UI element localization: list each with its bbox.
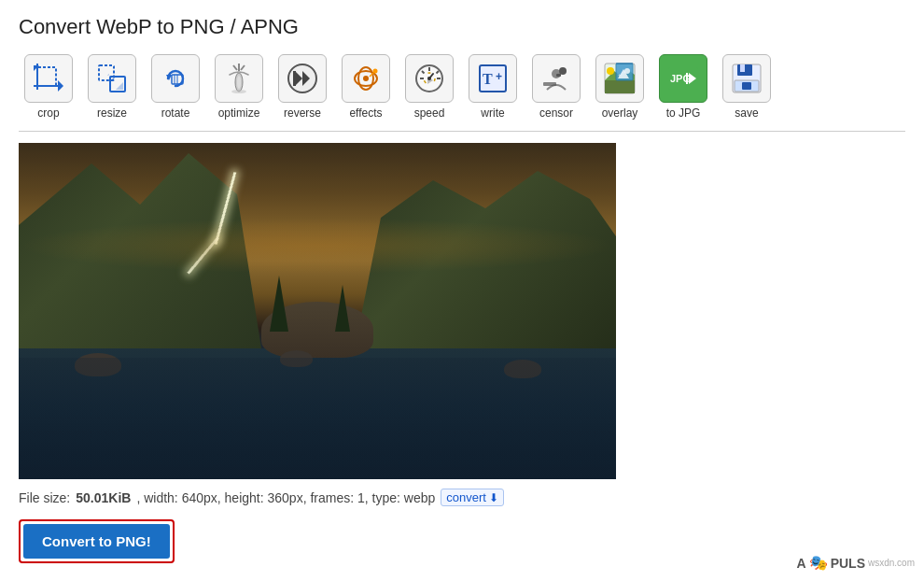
tool-censor-button[interactable]: censor bbox=[526, 50, 586, 123]
svg-text:T: T bbox=[483, 71, 493, 87]
tool-tojpg-button[interactable]: JPG to JPG bbox=[653, 50, 713, 123]
svg-point-25 bbox=[363, 76, 369, 81]
tojpg-label: to JPG bbox=[666, 106, 701, 120]
rotate-label: rotate bbox=[161, 106, 190, 120]
rotate-icon bbox=[151, 54, 200, 103]
svg-rect-42 bbox=[556, 74, 561, 77]
file-size-value: 50.01KiB bbox=[76, 490, 131, 505]
file-details: , width: 640px, height: 360px, frames: 1… bbox=[136, 490, 435, 505]
crop-label: crop bbox=[37, 106, 59, 120]
brand-logo: A bbox=[797, 556, 806, 571]
write-icon: T + bbox=[469, 54, 517, 103]
toolbar: crop resize bbox=[19, 50, 905, 132]
svg-rect-46 bbox=[605, 80, 635, 93]
svg-text:+: + bbox=[496, 70, 502, 83]
svg-point-43 bbox=[559, 67, 567, 75]
brand-name: PULS bbox=[831, 556, 865, 571]
svg-rect-5 bbox=[99, 65, 114, 80]
tool-optimize-button[interactable]: optimize bbox=[209, 50, 269, 123]
tojpg-icon: JPG bbox=[659, 54, 707, 103]
svg-rect-22 bbox=[293, 71, 296, 86]
tool-effects-button[interactable]: effects bbox=[336, 50, 396, 123]
svg-point-48 bbox=[607, 67, 614, 75]
svg-marker-3 bbox=[58, 80, 63, 92]
optimize-label: optimize bbox=[218, 106, 260, 120]
svg-point-18 bbox=[231, 90, 246, 93]
tool-write-button[interactable]: T + write bbox=[463, 50, 523, 123]
svg-point-26 bbox=[373, 69, 378, 74]
save-label: save bbox=[735, 106, 758, 120]
tool-resize-button[interactable]: resize bbox=[82, 50, 142, 123]
tool-speed-button[interactable]: speed bbox=[399, 50, 459, 123]
resize-label: resize bbox=[97, 106, 127, 120]
convert-to-png-button[interactable]: Convert to PNG! bbox=[23, 524, 170, 559]
reverse-label: reverse bbox=[284, 106, 321, 120]
optimize-icon bbox=[215, 54, 263, 103]
censor-icon bbox=[532, 54, 581, 103]
resize-icon bbox=[88, 54, 136, 103]
convert-link-label: convert bbox=[446, 490, 486, 504]
svg-rect-62 bbox=[742, 82, 751, 90]
watermark: A 🎭 PULS wsxdn.com bbox=[797, 554, 915, 572]
censor-label: censor bbox=[539, 106, 573, 120]
tool-overlay-button[interactable]: + overlay bbox=[590, 50, 650, 123]
convert-button-wrapper: Convert to PNG! bbox=[19, 519, 175, 563]
image-preview bbox=[19, 143, 616, 479]
speed-label: speed bbox=[414, 106, 445, 120]
svg-point-51 bbox=[624, 68, 630, 74]
page-title: Convert WebP to PNG / APNG bbox=[19, 15, 905, 39]
svg-line-17 bbox=[241, 65, 245, 70]
svg-rect-44 bbox=[543, 82, 556, 86]
svg-point-14 bbox=[237, 76, 241, 89]
svg-marker-8 bbox=[116, 82, 123, 90]
effects-icon bbox=[342, 54, 390, 103]
effects-label: effects bbox=[349, 106, 382, 120]
crop-icon bbox=[24, 54, 73, 103]
reverse-icon bbox=[278, 54, 327, 103]
brand-icon: 🎭 bbox=[809, 554, 828, 572]
overlay-icon: + bbox=[595, 54, 644, 103]
file-info: File size: 50.01KiB , width: 640px, heig… bbox=[19, 489, 905, 506]
write-label: write bbox=[481, 106, 504, 120]
overlay-label: overlay bbox=[602, 106, 638, 120]
svg-rect-0 bbox=[37, 67, 56, 86]
tool-crop-button[interactable]: crop bbox=[19, 50, 78, 123]
tool-rotate-button[interactable]: rotate bbox=[146, 50, 205, 123]
watermark-url: wsxdn.com bbox=[868, 558, 915, 568]
speed-icon bbox=[405, 54, 454, 103]
download-icon: ⬇ bbox=[489, 491, 498, 504]
convert-link[interactable]: convert ⬇ bbox=[441, 489, 504, 506]
svg-line-16 bbox=[233, 65, 237, 70]
svg-text:+: + bbox=[618, 72, 622, 78]
tool-save-button[interactable]: save bbox=[717, 50, 777, 123]
save-icon bbox=[722, 54, 771, 103]
file-size-label: File size: bbox=[19, 490, 70, 505]
svg-rect-60 bbox=[740, 64, 745, 72]
tool-reverse-button[interactable]: reverse bbox=[273, 50, 332, 123]
